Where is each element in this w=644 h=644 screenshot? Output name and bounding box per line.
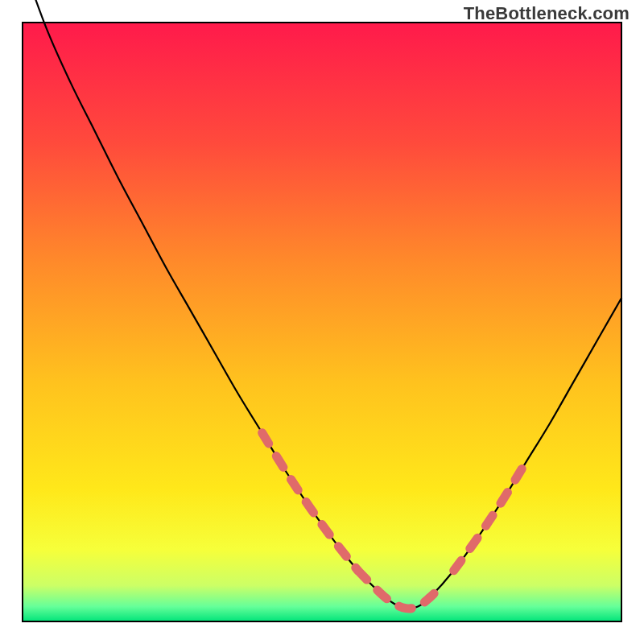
bottleneck-curve-plot bbox=[0, 0, 644, 644]
chart-stage: TheBottleneck.com bbox=[0, 0, 644, 644]
